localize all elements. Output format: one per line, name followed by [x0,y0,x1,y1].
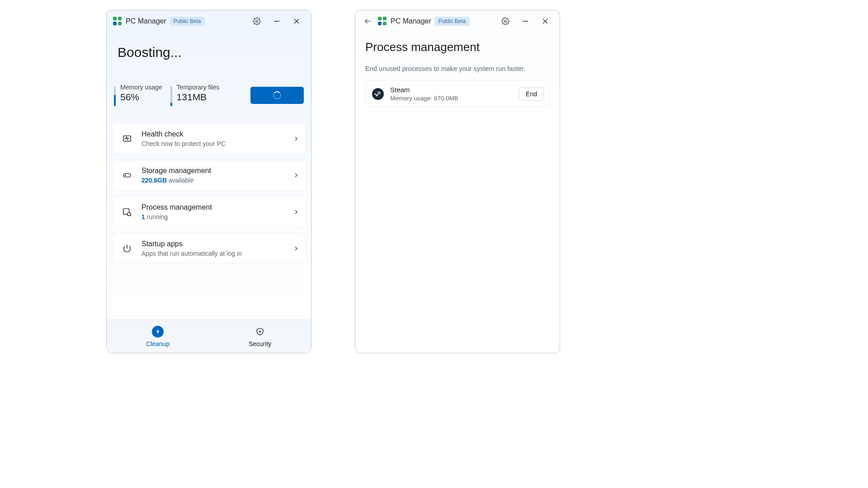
nav-label: Cleanup [146,340,170,347]
svg-point-18 [378,92,380,94]
gear-icon [253,17,261,25]
app-logo-icon [378,17,387,26]
gear-icon [501,17,509,25]
bottom-nav: Cleanup Security [107,319,311,353]
minimize-button[interactable] [269,13,285,29]
process-row: Steam Memory usage: 870.0MB End [365,80,550,107]
minimize-button[interactable] [517,13,533,29]
close-button[interactable] [288,13,305,29]
beta-badge: Public Beta [435,17,470,26]
card-title: Process management [142,203,285,211]
card-subtitle: 220.6GB available [142,177,285,184]
card-process-management[interactable]: Process management 1 running [112,197,306,227]
power-icon [121,242,133,255]
chevron-right-icon [293,209,299,215]
titlebar: PC Manager Public Beta [107,10,311,32]
app-title: PC Manager [391,17,431,25]
tempfiles-value: 131MB [177,92,220,103]
svg-point-6 [125,175,125,175]
health-icon [121,132,133,145]
tempfiles-stat: Temporary files 131MB [170,84,220,107]
card-storage-management[interactable]: Storage management 220.6GB available [112,160,306,191]
shield-icon [254,326,266,338]
card-list: Health check Check now to protect your P… [107,121,311,264]
card-subtitle: 1 running [142,213,285,221]
process-icon [121,206,133,218]
app-logo-icon [113,17,122,26]
card-title: Storage management [142,167,285,175]
card-subtitle: Apps that run automatically at log in [142,250,285,257]
end-process-button[interactable]: End [519,87,544,101]
chevron-right-icon [293,173,299,178]
card-title: Health check [142,130,285,138]
window-process-management: PC Manager Public Beta Process managemen… [355,10,560,353]
card-subtitle: Check now to protect your PC [142,140,285,147]
window-cleanup: PC Manager Public Beta Boosting... Memor… [106,10,311,353]
card-title: Startup apps [142,240,285,248]
nav-security[interactable]: Security [209,320,311,353]
page-content: Process management End unused processes … [355,32,560,107]
steam-icon [372,88,384,100]
arrow-left-icon [364,17,372,25]
page-description: End unused processes to make your system… [365,65,550,72]
svg-point-0 [256,20,258,23]
memory-label: Memory usage [120,84,162,91]
settings-button[interactable] [497,13,514,29]
chevron-right-icon [293,136,299,141]
minimize-icon [522,18,528,24]
settings-button[interactable] [249,13,265,29]
back-button[interactable] [362,15,374,28]
titlebar: PC Manager Public Beta [355,10,560,32]
nav-label: Security [249,340,272,347]
memory-stat: Memory usage 56% [114,84,162,107]
close-button[interactable] [537,13,553,29]
memory-value: 56% [120,92,162,103]
nav-cleanup[interactable]: Cleanup [107,320,209,353]
bolt-icon [152,326,164,338]
app-title: PC Manager [126,17,166,25]
boost-status-heading: Boosting... [118,45,300,60]
tempfiles-label: Temporary files [177,84,220,91]
card-startup-apps[interactable]: Startup apps Apps that run automatically… [112,233,306,264]
hero-section: Boosting... [107,32,311,60]
svg-rect-5 [123,174,131,177]
process-name: Steam [390,86,513,94]
stats-row: Memory usage 56% Temporary files 131MB [107,60,311,121]
chevron-right-icon [293,246,299,251]
close-icon [293,18,300,24]
beta-badge: Public Beta [170,17,205,26]
svg-point-12 [505,20,507,23]
card-health-check[interactable]: Health check Check now to protect your P… [112,123,306,154]
spinner-icon [273,91,281,99]
boost-button[interactable] [250,87,304,104]
svg-rect-8 [127,213,131,216]
page-title: Process management [365,40,550,54]
storage-icon [121,169,133,182]
close-icon [542,18,548,24]
minimize-icon [274,18,280,24]
process-memory: Memory usage: 870.0MB [390,95,513,102]
